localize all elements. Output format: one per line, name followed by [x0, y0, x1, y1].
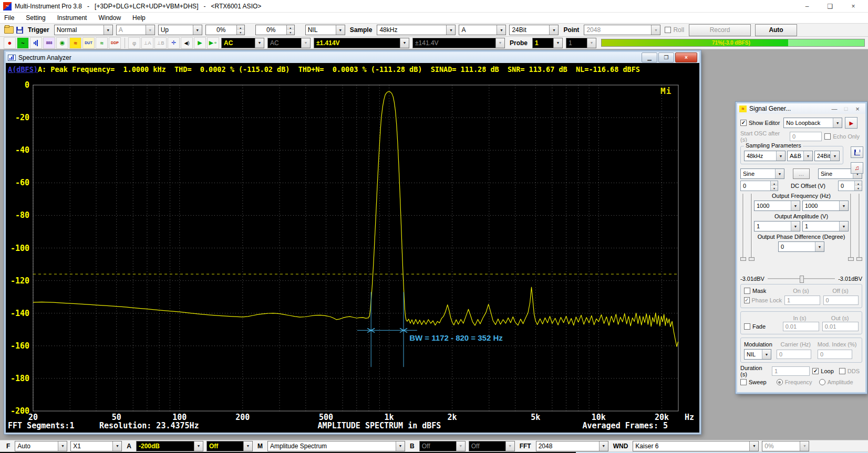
menu-setting[interactable]: Setting	[26, 14, 45, 22]
play-loop-icon[interactable]: ▶∘	[207, 37, 219, 49]
freq-b-select[interactable]: 1000	[802, 201, 849, 211]
wave-more-button[interactable]: ...	[793, 168, 810, 179]
spectrum-minimize-icon[interactable]: ▁	[642, 52, 657, 62]
sample-label: Sample	[350, 26, 373, 34]
spectrum-window-icon	[8, 55, 16, 61]
dc-offset-b-stepper[interactable]: 0	[838, 181, 862, 191]
amplitude-slider-a-inner[interactable]	[751, 194, 752, 261]
minimize-icon[interactable]: –	[795, 0, 819, 12]
spectrum-close-icon[interactable]: ×	[675, 52, 697, 62]
sound-device-icon[interactable]: ◀)	[181, 37, 193, 49]
fft-size-select[interactable]: 2048	[536, 441, 608, 451]
siggen-bits-select[interactable]: 24Bit	[814, 151, 840, 161]
multimeter-icon[interactable]: 888	[43, 37, 55, 49]
siggen-rate-select[interactable]: 48kHz	[744, 151, 786, 161]
resolution-text: Resolution: 23.4375Hz	[99, 421, 199, 430]
roll-checkbox: Roll	[665, 26, 684, 34]
modulation-select[interactable]: NIL	[744, 349, 771, 360]
zoom-select[interactable]: X1	[70, 441, 122, 451]
phase-select[interactable]: 0	[778, 241, 824, 252]
siggen-maximize-icon: □	[840, 104, 852, 113]
range-a-display-select[interactable]: -200dB	[136, 441, 203, 451]
point-count-select: 2048	[584, 25, 660, 35]
level-meter-fill	[602, 39, 788, 46]
oscilloscope-icon[interactable]: ~	[17, 37, 29, 49]
channel-badge[interactable]: A(dBFS)	[8, 65, 38, 73]
dbv-left-label: -3.01dBV	[740, 276, 764, 282]
probe-settings-icon[interactable]: ✛	[168, 37, 180, 49]
siggen-channels-select[interactable]: A&B	[787, 151, 813, 161]
trigger-level-stepper[interactable]: 0%	[205, 25, 245, 35]
trigger-after-select[interactable]: NIL	[305, 25, 345, 35]
play-icon[interactable]: ▶	[194, 37, 206, 49]
amp-a-select[interactable]: 1	[754, 221, 800, 231]
maximize-icon[interactable]: ❑	[819, 0, 842, 12]
toolbar-separator	[121, 38, 125, 48]
menu-file[interactable]: File	[4, 14, 14, 22]
wave-a-select[interactable]: Sine	[740, 168, 784, 179]
menu-help[interactable]: Help	[132, 14, 146, 22]
range-a-select[interactable]: ±1.414V	[314, 38, 409, 48]
siggen-play-button[interactable]: ▶	[845, 117, 857, 129]
trigger-delay-stepper[interactable]: 0%	[255, 25, 295, 35]
siggen-minimize-icon[interactable]: —	[829, 104, 840, 113]
auto-button[interactable]: Auto	[755, 24, 797, 36]
sample-bits-select[interactable]: 24Bit	[509, 25, 559, 35]
open-file-icon[interactable]	[4, 26, 14, 34]
save-icon[interactable]	[16, 27, 23, 34]
trigger-mode-select[interactable]: Normal	[54, 25, 113, 35]
amplitude-slider-a-outer[interactable]	[742, 194, 744, 261]
amplitude-slider-b-inner[interactable]	[850, 194, 852, 261]
modulation-label: Modulation	[744, 341, 776, 347]
amplitude-slider-b-outer[interactable]	[859, 194, 860, 261]
probe-a-select[interactable]: 1	[532, 38, 563, 48]
point-label: Point	[563, 26, 579, 34]
window-function-select[interactable]: Kaiser 6	[633, 441, 759, 451]
menu-instrument[interactable]: Instrument	[57, 14, 87, 22]
sample-rate-select[interactable]: 48kHz	[377, 25, 456, 35]
spectrum-3d-icon[interactable]: ≈	[69, 37, 81, 49]
close-icon[interactable]: ×	[842, 0, 865, 12]
menubar: File Setting Instrument Window Help	[0, 13, 868, 24]
record-button: Record	[689, 24, 751, 36]
phase-scope-icon[interactable]: ◉	[56, 37, 68, 49]
mod-index-label: Mod. Index (%)	[815, 341, 859, 347]
freq-a-select[interactable]: 1000	[754, 201, 800, 211]
mask-checkbox[interactable]: Mask	[744, 288, 780, 294]
spectrum-analyzer-window: Spectrum Analyzer ▁ ❐ × A(dBFS)A: Peak F…	[4, 50, 701, 434]
mod-index-input: 0	[818, 350, 852, 359]
spectrum-window-titlebar[interactable]: Spectrum Analyzer ▁ ❐ ×	[6, 52, 699, 63]
derived-data-icon[interactable]: ≈	[96, 37, 108, 49]
spectrum-chart[interactable]: 0-20-40-60-80-100-120-140-160-180-200205…	[6, 76, 699, 433]
show-editor-checkbox[interactable]: Show Editor	[740, 120, 780, 126]
device-test-plan-icon[interactable]: DUT	[82, 37, 95, 49]
trigger-edge-select[interactable]: Up	[158, 25, 202, 35]
output-controls-section: Output Frequency (Hz) 1000 1000 Output A…	[740, 193, 862, 276]
loop-checkbox[interactable]: Loop	[812, 368, 833, 374]
siggen-titlebar[interactable]: ≈ Signal Gener... — □ ×	[737, 103, 865, 114]
svg-text:-40: -40	[15, 145, 29, 155]
ddp-viewer-icon[interactable]: DDP	[109, 37, 121, 49]
sweep-frequency-radio: Frequency	[777, 379, 812, 385]
amp-b-select[interactable]: 1	[802, 221, 849, 231]
display-mode-select[interactable]: Amplitude Spectrum	[267, 441, 405, 451]
sweep-checkbox[interactable]: Sweep	[740, 379, 767, 385]
spectrum-analyzer-icon[interactable]	[30, 37, 42, 49]
fade-checkbox[interactable]: Fade	[744, 323, 780, 330]
loopback-select[interactable]: No Loopback	[783, 118, 842, 128]
dc-offset-a-stepper[interactable]: 0	[740, 181, 778, 191]
siggen-save-icon[interactable]	[851, 146, 863, 158]
ref-a-select[interactable]: Off	[206, 441, 253, 451]
f-axis-label: F	[6, 443, 10, 450]
phase-lock-checkbox: Phase Lock	[744, 297, 782, 303]
siggen-close-icon[interactable]: ×	[852, 104, 863, 113]
spectrum-restore-icon[interactable]: ❐	[658, 52, 674, 62]
record-icon[interactable]: ●	[4, 37, 16, 49]
siggen-library-icon[interactable]: ♫	[851, 162, 863, 174]
freq-axis-select[interactable]: Auto	[15, 441, 67, 451]
menu-window[interactable]: Window	[98, 14, 121, 22]
coupling-a-select[interactable]: AC	[221, 38, 264, 48]
balance-slider[interactable]	[768, 278, 835, 280]
fade-out-label: Out (s)	[821, 315, 859, 321]
sample-channel-select[interactable]: A	[459, 25, 506, 35]
